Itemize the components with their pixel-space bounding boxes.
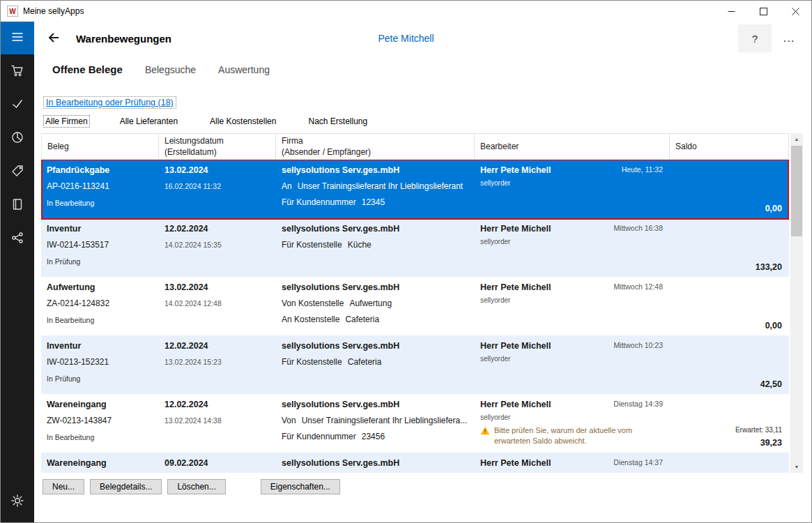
doc-number: ZW-0213-143847	[47, 416, 153, 425]
cell-saldo: Erwartet: 33,11 39,23	[670, 394, 789, 453]
saldo-value: 133,20	[756, 262, 782, 272]
chevron-down-icon: ▼	[795, 464, 799, 469]
filter-companies[interactable]: Alle Firmen	[43, 115, 90, 128]
scrollbar-thumb[interactable]	[791, 146, 802, 236]
column-header-leistungsdatum[interactable]: Leistungsdatum(Erstelldatum)	[159, 134, 276, 159]
details-button[interactable]: Belegdetails...	[90, 479, 162, 494]
new-button[interactable]: Neu...	[43, 479, 84, 494]
table-row[interactable]: Wareneingang 09.02.2024 sellysolutions S…	[41, 453, 789, 473]
company-name: sellysolutions Serv.ges.mbH	[282, 340, 469, 351]
doc-type: Wareneingang	[47, 398, 153, 409]
vertical-scrollbar[interactable]: ▲ ▼	[790, 133, 803, 473]
status-filter-link[interactable]: In Bearbeitung oder Prüfung (18)	[43, 96, 176, 109]
cell-firma: sellysolutions Serv.ges.mbH AnUnser Trai…	[276, 160, 475, 218]
titlebar: W Meine sellyApps	[1, 1, 811, 22]
maximize-icon	[760, 8, 767, 15]
tab-offene-belege[interactable]: Offene Belege	[52, 62, 123, 77]
column-header-beleg[interactable]: Beleg	[41, 134, 159, 159]
service-date: 12.02.2024	[164, 340, 270, 351]
settings-button[interactable]	[1, 485, 34, 518]
cell-beleg: Inventur IW-0213-152321 In Prüfung	[41, 335, 159, 394]
minimize-icon	[728, 8, 735, 15]
action-bar: Neu... Belegdetails... Löschen... Eigens…	[43, 479, 340, 494]
sidebar-item-journal[interactable]	[1, 188, 34, 222]
app-window: W Meine sellyApps	[0, 0, 812, 523]
editor-app: sellyorder	[480, 355, 664, 363]
company-name: sellysolutions Serv.ges.mbH	[282, 281, 469, 292]
created-date: 14.02.2024 12:48	[164, 299, 270, 308]
cell-beleg: Wareneingang	[41, 453, 159, 473]
cell-firma: sellysolutions Serv.ges.mbH VonUnser Tra…	[276, 394, 475, 453]
cell-bearbeiter: Herr Pete Michell sellyorder Dienstag 14…	[475, 394, 670, 453]
saldo-value: 0,00	[765, 321, 782, 331]
sidebar-item-documents[interactable]	[1, 88, 34, 121]
scroll-down-button[interactable]: ▼	[790, 461, 803, 473]
filter-suppliers[interactable]: Alle Lieferanten	[118, 115, 180, 128]
table-row[interactable]: Inventur IW-0213-152321 In Prüfung 12.02…	[41, 335, 789, 394]
more-button[interactable]: ...	[776, 24, 802, 52]
back-button[interactable]	[43, 28, 64, 49]
column-header-saldo[interactable]: Saldo	[670, 134, 789, 159]
chevron-up-icon: ▲	[795, 137, 799, 142]
cell-firma: sellysolutions Serv.ges.mbH Für Kostenst…	[276, 335, 475, 394]
column-header-firma[interactable]: Firma(Absender / Empfänger)	[276, 134, 475, 159]
cell-saldo: 42,50	[670, 335, 789, 394]
doc-type: Inventur	[47, 222, 153, 234]
menu-button[interactable]	[1, 22, 34, 54]
column-header-bearbeiter[interactable]: Bearbeiter	[475, 134, 670, 159]
scroll-up-button[interactable]: ▲	[790, 133, 803, 145]
table-body: Pfandrückgabe AP-0216-113241 In Bearbeit…	[41, 160, 789, 473]
app-logo-icon: W	[7, 6, 18, 17]
sidebar-item-network[interactable]	[1, 222, 34, 255]
table-row[interactable]: Wareneingang ZW-0213-143847 In Bearbeitu…	[41, 394, 789, 453]
company-name: sellysolutions Serv.ges.mbH	[282, 457, 469, 468]
editor-app: sellyorder	[480, 414, 664, 421]
warning-triangle-icon	[480, 425, 490, 438]
maximize-button[interactable]	[747, 1, 779, 22]
cell-beleg: Inventur IW-0214-153517 In Prüfung	[41, 218, 159, 277]
gear-icon	[10, 494, 24, 510]
edit-time: Mittwoch 12:48	[613, 282, 663, 291]
sidebar-item-reports[interactable]	[1, 121, 34, 155]
minimize-button[interactable]	[715, 1, 747, 22]
doc-status: In Bearbeitung	[47, 199, 153, 207]
cell-bearbeiter: Herr Pete Michell Dienstag 14:37	[475, 453, 670, 473]
service-date: 13.02.2024	[164, 164, 270, 175]
expected-saldo: Erwartet: 33,11	[735, 426, 782, 434]
cart-icon	[10, 63, 24, 79]
help-button[interactable]: ?	[738, 24, 772, 52]
created-date: 13.02.2024 14:38	[164, 416, 270, 425]
cell-saldo	[670, 453, 789, 473]
sidebar-item-cart[interactable]	[1, 54, 34, 88]
window-controls	[715, 1, 811, 22]
edit-time: Heute, 11:32	[622, 165, 663, 174]
filter-row: Alle Firmen Alle Lieferanten Alle Kosten…	[43, 115, 369, 128]
table-header: Beleg Leistungsdatum(Erstelldatum) Firma…	[41, 133, 789, 160]
doc-status: In Bearbeitung	[47, 433, 153, 441]
cell-date: 09.02.2024	[159, 453, 276, 473]
editor-app: sellyorder	[480, 296, 664, 304]
close-button[interactable]	[779, 1, 811, 22]
pie-chart-icon	[10, 130, 24, 146]
table-row[interactable]: Aufwertung ZA-0214-124832 In Bearbeitung…	[41, 277, 789, 335]
filter-sort[interactable]: Nach Erstellung	[306, 115, 369, 128]
filter-cost-centers[interactable]: Alle Kostenstellen	[208, 115, 278, 128]
created-date: 13.02.2024 15:23	[164, 358, 270, 366]
cell-date: 13.02.2024 14.02.2024 12:48	[159, 277, 276, 335]
service-date: 12.02.2024	[164, 398, 270, 409]
tab-belegsuche[interactable]: Belegsuche	[145, 62, 196, 77]
table-row[interactable]: Inventur IW-0214-153517 In Prüfung 12.02…	[41, 218, 789, 277]
content: Warenbewegungen Pete Mitchell ? ... Offe…	[34, 22, 811, 522]
cell-saldo: 0,00	[670, 160, 789, 218]
firma-line: Für Kundennummer23456	[282, 432, 469, 441]
properties-button[interactable]: Eigenschaften...	[261, 479, 340, 494]
tab-auswertung[interactable]: Auswertung	[218, 62, 270, 77]
delete-button[interactable]: Löschen...	[167, 479, 225, 494]
edit-time: Mittwoch 10:23	[613, 341, 663, 349]
book-icon	[10, 197, 24, 213]
sidebar-item-prices[interactable]	[1, 155, 34, 188]
service-date: 12.02.2024	[164, 222, 270, 234]
doc-type: Pfandrückgabe	[47, 164, 153, 175]
table-row[interactable]: Pfandrückgabe AP-0216-113241 In Bearbeit…	[41, 160, 789, 218]
edit-time: Dienstag 14:39	[613, 400, 663, 408]
